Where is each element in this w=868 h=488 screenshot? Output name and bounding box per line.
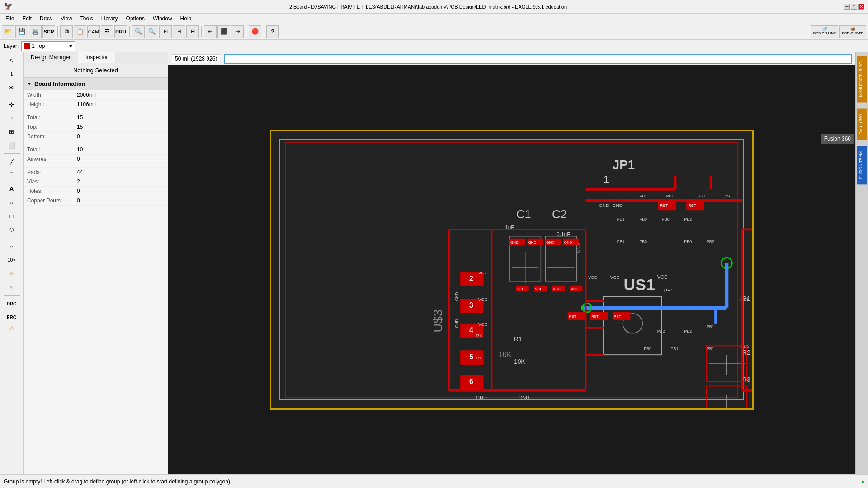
dru-button[interactable]: DRU [114, 25, 127, 38]
pcb-canvas[interactable]: 50 mil (1928 926) JP1 [168, 52, 855, 474]
svg-text:GND: GND [454, 292, 459, 301]
look-tool[interactable]: 👁 [3, 81, 20, 94]
tab-inspector[interactable]: Inspector [78, 52, 115, 63]
measurement-display: 50 mil (1928 926) [172, 54, 220, 63]
paste-button[interactable]: 📋 [74, 25, 86, 38]
manufacturing-tab[interactable]: MANUFACTURING [857, 56, 867, 103]
drill-tool[interactable]: 10× [3, 253, 20, 266]
board-info-header[interactable]: ▼ Board Information [24, 78, 168, 90]
svg-text:PB1: PB1 [664, 288, 674, 293]
svg-text:1: 1 [604, 174, 609, 185]
maximize-button[interactable]: □ [851, 4, 857, 10]
close-button[interactable]: ✕ [858, 4, 864, 10]
spacer-3 [24, 164, 168, 168]
separator-3 [201, 26, 202, 37]
menu-item-file[interactable]: File [2, 14, 18, 23]
script-button[interactable]: SCR [42, 25, 55, 38]
status-message: Group is empty! Left-click & drag to def… [4, 479, 230, 485]
svg-text:RST: RST [688, 203, 696, 208]
help-button[interactable]: ? [266, 25, 279, 38]
svg-text:GND: GND [528, 240, 537, 244]
zoom-in-button[interactable]: 🔍 [146, 25, 158, 38]
holes-value: 0 [73, 187, 168, 196]
fusion-team-tab[interactable]: FUSION TEAM [857, 146, 867, 184]
cam-button[interactable]: CAM [87, 25, 100, 38]
undo-button[interactable]: ↩ [204, 25, 217, 38]
pcb-board-surface: JP1 1 GND GND PB1 PB1 RST RST [270, 130, 754, 410]
spacer-2 [24, 141, 168, 145]
copper-pours-label: Copper Pours: [24, 196, 73, 206]
window-controls: ─ □ ✕ [844, 4, 864, 10]
dimension-tool[interactable]: ↔ [3, 240, 20, 253]
fusion360-tab[interactable]: Fusion 360 [857, 109, 867, 140]
signal-tool[interactable]: ⚡ [3, 267, 20, 280]
menu-item-help[interactable]: Help [177, 14, 195, 23]
svg-text:PB0: PB0 [639, 239, 647, 244]
svg-text:2: 2 [469, 275, 473, 282]
svg-text:GND: GND [510, 240, 519, 244]
erc-button[interactable]: ERC [3, 311, 20, 324]
pcb-quote-button[interactable]: 📦PCB QUOTE [839, 25, 866, 38]
height-label: Height: [24, 100, 73, 109]
top-value: 15 [73, 122, 168, 132]
menu-item-draw[interactable]: Draw [36, 14, 56, 23]
layer-bar: Layer: 1 Top ▼ [0, 40, 868, 52]
design-link-button[interactable]: 🔗DESIGN LINK [811, 25, 838, 38]
group-tool[interactable]: ⬜ [3, 139, 20, 151]
menu-item-tools[interactable]: Tools [77, 14, 97, 23]
right-sidebar: MANUFACTURING Fusion 360 FUSION TEAM Fus… [855, 52, 868, 474]
svg-rect-1 [272, 131, 751, 408]
stop-button[interactable]: ⬛ [217, 25, 230, 38]
svg-text:VCC: VCC [535, 287, 542, 291]
total-comp-label: Total: [24, 145, 73, 155]
minimize-button[interactable]: ─ [844, 4, 850, 10]
panel-tabs: Design ManagerInspector [24, 52, 168, 63]
arc-tool[interactable]: ⌒ [3, 169, 20, 182]
tab-design-manager[interactable]: Design Manager [24, 52, 78, 63]
route-tool[interactable]: ⟋ [3, 112, 20, 124]
polygon-tool[interactable]: ⬡ [3, 223, 20, 236]
drc-button[interactable]: DRC [3, 297, 20, 310]
menu-item-library[interactable]: Library [98, 14, 122, 23]
top-label: Top: [24, 122, 73, 132]
redo-button[interactable]: ↪ [231, 25, 244, 38]
zoom-fit-button[interactable]: ⊡ [159, 25, 172, 38]
title-bar: 🦅 2 Board - D:\SAVING PRAIVITE FILES(ABD… [0, 0, 868, 14]
menu-item-view[interactable]: View [57, 14, 76, 23]
warning-icon: ⚠ [9, 324, 15, 333]
svg-text:GND: GND [454, 319, 459, 328]
copy-tool[interactable]: ⊞ [3, 125, 20, 138]
print-button[interactable]: 🖨️ [29, 25, 42, 38]
layer-selector[interactable]: 1 Top ▼ [21, 41, 75, 51]
zoom-out-button[interactable]: 🔍 [132, 25, 145, 38]
ratsnest-button[interactable]: 🔴 [249, 25, 261, 38]
svg-text:US1: US1 [624, 276, 655, 294]
svg-text:4: 4 [469, 326, 473, 334]
open-button[interactable]: 📂 [2, 25, 14, 38]
text-tool[interactable]: A [3, 183, 20, 195]
circle-tool[interactable]: ○ [3, 196, 20, 209]
zoom-select-button[interactable]: ⊞ [173, 25, 185, 38]
svg-text:10K: 10K [499, 351, 512, 358]
command-input[interactable] [224, 54, 852, 64]
menu-item-edit[interactable]: Edit [19, 14, 35, 23]
svg-text:PB2: PB2 [657, 329, 665, 333]
save-button[interactable]: 💾 [15, 25, 28, 38]
svg-text:PB1: PB1 [617, 239, 625, 244]
zoom-area-button[interactable]: ⊟ [186, 25, 199, 38]
bottom-row: Bottom: 0 [24, 132, 168, 141]
smash-button[interactable]: ☲ [101, 25, 113, 38]
rect-tool[interactable]: □ [3, 210, 20, 222]
menu-item-options[interactable]: Options [123, 14, 148, 23]
ratsnest-tool[interactable]: ≋ [3, 281, 20, 293]
copy-button[interactable]: ⧉ [60, 25, 73, 38]
move-tool[interactable]: ✛ [3, 98, 20, 111]
select-tool[interactable]: ↖ [3, 54, 20, 67]
svg-text:PB1: PB1 [707, 324, 714, 329]
wire-tool[interactable]: ╱ [3, 155, 20, 168]
info-tool[interactable]: ℹ [3, 68, 20, 80]
width-label: Width: [24, 90, 73, 100]
svg-text:C1: C1 [516, 208, 531, 221]
layer-label: Layer: [4, 43, 19, 49]
menu-item-window[interactable]: Window [149, 14, 176, 23]
